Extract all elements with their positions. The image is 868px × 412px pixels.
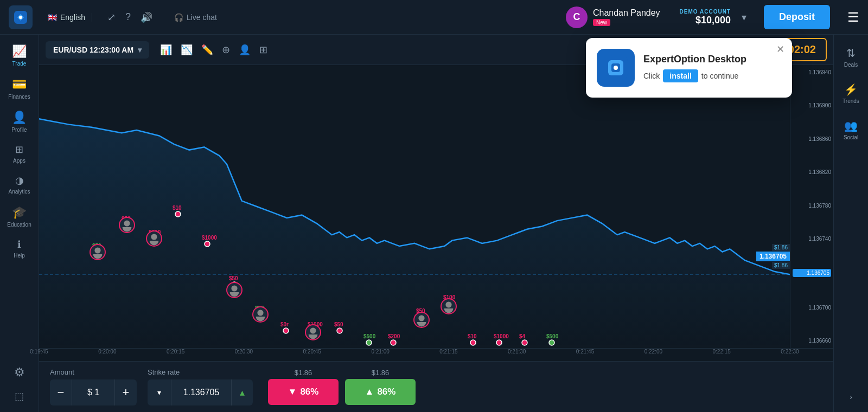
trends-label: Trends [843,98,859,104]
settings-icon: ⚙ [14,365,25,379]
sidebar-item-settings[interactable]: ⚙ [0,360,39,385]
social-chart-icon[interactable]: 👤 [239,44,251,56]
notification-content: ExpertOption Desktop Click install to co… [643,54,781,82]
account-chevron-icon[interactable]: ▾ [742,11,746,23]
time-tick: 0:20:15 [167,349,184,355]
avatar: C [566,7,588,28]
price-label-7: 1.136705 [793,269,831,277]
sidebar-item-finances[interactable]: 💳 Finances [0,72,39,105]
up-pct-label: 86% [377,387,395,397]
price-tag-high: $1.86 [772,244,790,251]
right-sidebar-social[interactable]: 👥 Social [834,112,868,148]
analytics-icon: ◑ [15,175,24,186]
deals-label: Deals [844,62,858,68]
topbar: 🇬🇧 English ⤢ ? 🔊 🎧 Live chat C Chandan P… [0,0,868,35]
right-sidebar: ⇅ Deals ⚡ Trends 👥 Social › [833,35,868,412]
user-details: Chandan Pandey New [593,8,660,26]
apps-icon: ⊞ [15,144,23,156]
price-label-9: 1.136660 [793,338,831,344]
crosshair-icon[interactable]: ⊕ [222,44,230,56]
trends-icon: ⚡ [844,83,858,96]
time-tick: 0:19:45 [30,349,48,355]
help-circle-icon: ℹ [17,239,21,250]
bottom-panel: Amount − + Strike rate ▾ ▴ $1.86 [39,361,833,412]
svg-point-5 [614,66,618,70]
amount-input[interactable] [72,379,115,405]
price-label-5: 1.136780 [793,203,831,209]
area-chart-icon[interactable]: 📉 [181,44,193,56]
price-tag-low: $1.86 [772,262,790,269]
strike-control: ▾ ▴ [148,379,253,405]
logo[interactable] [9,5,33,29]
time-tick: 0:21:15 [439,349,457,355]
amount-increase-button[interactable]: + [115,379,137,405]
time-tick: 0:20:30 [235,349,253,355]
pencil-icon[interactable]: ✏️ [201,44,213,56]
profile-icon: 👤 [12,111,27,125]
deals-icon: ⇅ [846,47,856,60]
sidebar-label-trade: Trade [12,61,27,67]
deposit-button[interactable]: Deposit [764,5,830,29]
price-axis: 1.136940 1.136900 1.136860 1.136820 1.13… [790,65,833,348]
chart-canvas: 1.136940 1.136900 1.136860 1.136820 1.13… [39,65,833,348]
amount-decrease-button[interactable]: − [50,379,72,405]
price-label-3: 1.136860 [793,136,831,142]
down-arrow-icon: ▼ [288,387,297,397]
sidebar-label-profile: Profile [11,127,27,133]
amount-label: Amount [50,368,137,376]
current-price-box: $1.86 1.136705 $1.86 [756,244,790,269]
notification-title: ExpertOption Desktop [643,54,781,65]
sidebar-label-analytics: Analytics [8,189,30,195]
sidebar-item-apps[interactable]: ⊞ Apps [0,138,39,169]
toolbar-chart-icons: 📊 📉 ✏️ ⊕ 👤 ⊞ [160,44,267,56]
price-label-2: 1.136900 [793,102,831,108]
asset-selector[interactable]: EUR/USD 12:23:00 AM ▾ [46,41,149,59]
sound-icon[interactable]: 🔊 [141,11,152,23]
sidebar-item-profile[interactable]: 👤 Profile [0,105,39,138]
up-trade-container: $1.86 ▲ 86% [345,369,416,405]
livechat-button[interactable]: 🎧 Live chat [168,13,217,22]
language-selector[interactable]: 🇬🇧 English [41,13,92,22]
menu-icon[interactable]: ☰ [847,10,859,25]
strike-dropdown-button[interactable]: ▾ [148,379,171,405]
left-sidebar: 📈 Trade 💳 Finances 👤 Profile ⊞ Apps ◑ An… [0,35,39,412]
payout-down-label: $1.86 [295,369,312,377]
account-type-label: DEMO ACCOUNT [680,9,731,15]
price-label-6: 1.136740 [793,236,831,242]
grid-icon[interactable]: ⊞ [259,44,267,56]
education-icon: 🎓 [12,205,27,220]
username: Chandan Pandey [593,8,660,18]
timer-value: 02:02 [788,43,816,56]
bar-chart-icon[interactable]: 📊 [160,44,172,56]
svg-point-1 [19,16,22,19]
social-icon: 👥 [844,119,858,132]
time-axis: 0:19:450:20:000:20:150:20:300:20:450:21:… [39,348,833,361]
sidebar-item-help[interactable]: ℹ Help [0,233,39,264]
sidebar-item-trade[interactable]: 📈 Trade [0,39,39,72]
buy-up-button[interactable]: ▲ 86% [345,379,416,405]
strike-rate-input[interactable] [171,379,231,405]
right-sidebar-trends[interactable]: ⚡ Trends [834,75,868,112]
price-label-4: 1.136820 [793,169,831,175]
sidebar-item-analytics[interactable]: ◑ Analytics [0,169,39,200]
flag-icon: 🇬🇧 [48,13,57,22]
right-sidebar-chevron[interactable]: › [850,386,852,408]
sell-down-button[interactable]: ▼ 86% [268,379,339,405]
sidebar-item-logout[interactable]: ⬚ [0,385,39,408]
sidebar-item-education[interactable]: 🎓 Education [0,200,39,233]
logout-icon: ⬚ [15,390,24,402]
topbar-utility-icons: ⤢ ? 🔊 [101,11,159,23]
fullscreen-icon[interactable]: ⤢ [107,11,116,23]
sidebar-label-help: Help [14,253,25,259]
finances-icon: 💳 [12,78,27,92]
account-amount: $10,000 [695,15,731,26]
right-sidebar-deals[interactable]: ⇅ Deals [834,39,868,75]
strike-up-button[interactable]: ▴ [231,379,253,405]
notification-close-button[interactable]: ✕ [776,43,784,55]
time-tick: 0:21:00 [371,349,389,355]
install-button[interactable]: install [663,69,698,82]
language-label: English [60,13,85,22]
time-tick: 0:22:15 [712,349,730,355]
help-icon[interactable]: ? [125,11,131,23]
time-tick: 0:22:00 [644,349,662,355]
